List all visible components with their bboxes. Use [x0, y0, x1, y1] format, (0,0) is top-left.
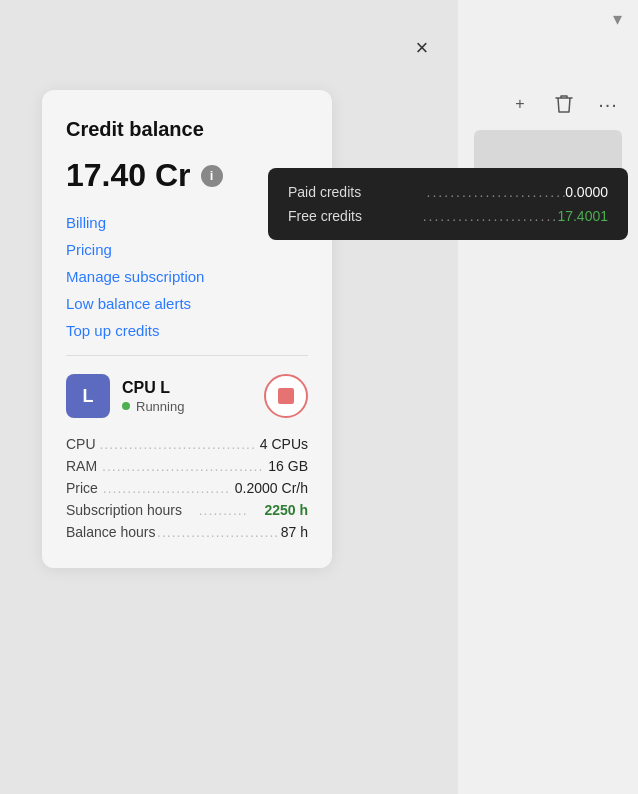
close-button[interactable]: × [406, 32, 438, 64]
delete-icon[interactable] [550, 90, 578, 118]
stop-button[interactable] [264, 374, 308, 418]
spec-balance-hours-value: 87 h [281, 524, 308, 540]
tooltip-paid-dots: .......................... [427, 184, 566, 200]
tooltip-free-value: 17.4001 [557, 208, 608, 224]
chevron-down-icon[interactable]: ▾ [613, 8, 622, 30]
tooltip-free-label: Free credits [288, 208, 423, 224]
tooltip-paid-value: 0.0000 [565, 184, 608, 200]
background-panel [458, 0, 638, 794]
toolbar: + ··· [506, 90, 622, 118]
spec-price-value: 0.2000 Cr/h [235, 480, 308, 496]
specs-list: CPU ................................ 4 C… [66, 436, 308, 540]
spec-cpu-dots: ................................ [96, 436, 260, 452]
instance-icon: L [66, 374, 110, 418]
spec-price-dots: .......................... [98, 480, 235, 496]
status-label: Running [136, 399, 184, 414]
credits-tooltip: Paid credits .......................... … [268, 168, 628, 240]
tooltip-free-row: Free credits ......................... 1… [288, 208, 608, 224]
spec-subscription-hours-value: 2250 h [264, 502, 308, 518]
spec-balance-hours-label: Balance hours [66, 524, 156, 540]
spec-ram-dots: ................................. [97, 458, 268, 474]
instance-status: Running [122, 399, 184, 414]
add-icon[interactable]: + [506, 90, 534, 118]
low-balance-alerts-link[interactable]: Low balance alerts [66, 295, 308, 312]
tooltip-paid-label: Paid credits [288, 184, 427, 200]
pricing-link[interactable]: Pricing [66, 241, 308, 258]
spec-cpu-value: 4 CPUs [260, 436, 308, 452]
info-icon[interactable]: i [201, 165, 223, 187]
spec-subscription-hours-dots: .......... [182, 502, 264, 518]
tooltip-paid-row: Paid credits .......................... … [288, 184, 608, 200]
instance-name: CPU L [122, 379, 184, 397]
spec-price-label: Price [66, 480, 98, 496]
spec-price: Price .......................... 0.2000 … [66, 480, 308, 496]
instance-info: L CPU L Running [66, 374, 184, 418]
tooltip-free-dots: ......................... [423, 208, 558, 224]
stop-icon [278, 388, 294, 404]
spec-subscription-hours-label: Subscription hours [66, 502, 182, 518]
spec-cpu: CPU ................................ 4 C… [66, 436, 308, 452]
balance-amount: 17.40 Cr [66, 157, 191, 194]
more-options-icon[interactable]: ··· [594, 90, 622, 118]
credit-balance-card: Credit balance 17.40 Cr i Billing Pricin… [42, 90, 332, 568]
spec-balance-hours-dots: ......................... [156, 524, 281, 540]
spec-subscription-hours: Subscription hours .......... 2250 h [66, 502, 308, 518]
spec-balance-hours: Balance hours ......................... … [66, 524, 308, 540]
instance-row: L CPU L Running [66, 374, 308, 418]
divider [66, 355, 308, 356]
spec-ram-label: RAM [66, 458, 97, 474]
instance-details: CPU L Running [122, 379, 184, 414]
card-title: Credit balance [66, 118, 308, 141]
manage-subscription-link[interactable]: Manage subscription [66, 268, 308, 285]
top-up-credits-link[interactable]: Top up credits [66, 322, 308, 339]
status-dot-running [122, 402, 130, 410]
spec-ram: RAM ................................. 16… [66, 458, 308, 474]
spec-cpu-label: CPU [66, 436, 96, 452]
spec-ram-value: 16 GB [268, 458, 308, 474]
